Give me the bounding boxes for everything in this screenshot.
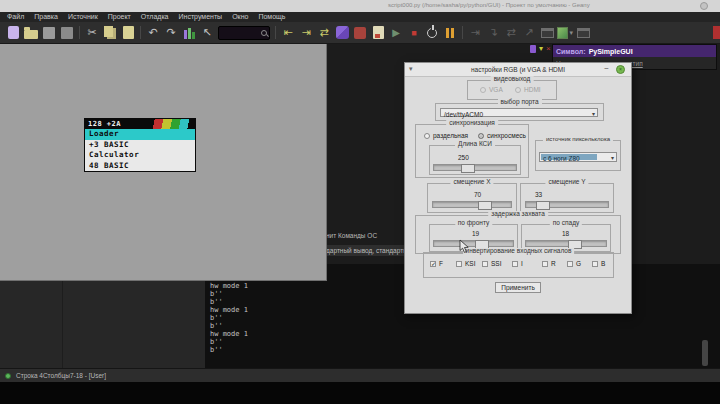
checkbox-i-label: I [521,261,523,268]
window-menu-button[interactable] [700,2,708,10]
chevron-down-icon[interactable]: ▾ [592,110,595,117]
checkbox-ksi[interactable]: KSI [456,261,475,268]
slider-handle[interactable] [478,201,492,210]
ksi-slider[interactable] [433,164,517,171]
checkbox-i[interactable]: I [512,261,523,268]
radio-vga[interactable]: VGA [480,87,503,94]
editor-line: нит Команды ОС [326,232,404,239]
front-slider[interactable] [433,240,514,247]
checkbox-g[interactable]: G [567,261,581,268]
copy-icon[interactable] [102,25,118,41]
save-icon[interactable] [41,25,57,41]
restart-icon[interactable] [424,25,440,41]
slider-handle[interactable] [536,201,550,210]
fall-slider[interactable] [525,240,607,247]
offset-x-group: смещение X 70 [427,183,517,213]
app-title: script000.py (/home/sasha/py/python/GUI)… [388,2,590,8]
checkbox-ssi[interactable]: SSI [482,261,501,268]
checkbox-r[interactable]: R [542,261,556,268]
radio-icon [478,133,484,139]
offset-y-slider[interactable] [525,201,609,208]
screen: script000.py (/home/sasha/py/python/GUI)… [0,0,720,404]
fall-legend: по спаду [550,220,582,227]
dropdown-caret-icon[interactable]: ▾ [569,29,573,37]
front-value: 19 [472,231,479,238]
checkbox-b[interactable]: B [592,261,605,268]
terminal-line: b'' [210,298,248,306]
toolbar-separator [79,26,80,39]
port-combobox[interactable]: /dev/ttyACM0 ▾ [440,108,598,117]
editor-scrollbar[interactable] [702,340,708,366]
radio-separate[interactable]: раздельная [424,133,468,140]
panel-divider [62,280,63,368]
step-into-icon[interactable]: ↴ [485,25,501,41]
cut-icon[interactable]: ✂ [84,25,100,41]
continue-icon[interactable]: ↗ [521,25,537,41]
indent-icon[interactable]: ⇥ [298,25,314,41]
menu-file[interactable]: Файл [2,12,29,22]
export-icon[interactable] [352,25,368,41]
search-input[interactable] [218,26,270,40]
radio-syncmix-label: синхросмесь [487,133,526,140]
radio-syncmix[interactable]: синхросмесь [478,133,526,140]
pixelclock-group: источник пиксельклока с 6 ноги Z80 ▾ [535,140,621,171]
slider-handle[interactable] [461,164,475,173]
step-out-icon[interactable]: ⇄ [503,25,519,41]
checkbox-ksi-label: KSI [465,261,475,268]
window-layout-icon-2[interactable] [575,25,591,41]
indent-swap-icon[interactable]: ⇄ [316,25,332,41]
pause-icon[interactable] [442,25,458,41]
undo-icon[interactable]: ↶ [145,25,161,41]
open-folder-icon[interactable] [23,25,39,41]
color-window-icon[interactable]: ▾ [557,25,573,41]
build-icon[interactable] [181,25,197,41]
checkbox-f[interactable]: ✓ F [430,261,443,268]
apply-button[interactable]: Применить [495,282,541,293]
fall-value: 18 [562,231,569,238]
checkbox-icon [512,261,518,267]
run-icon[interactable]: ▶ [388,25,404,41]
menu-edit[interactable]: Правка [29,12,63,22]
menu-project[interactable]: Проект [103,12,136,22]
symbol-mini-toolbar: ▾ × [530,45,551,53]
sync-legend: синхронизация [446,120,498,127]
terminal-output[interactable]: b'' hw mode 1 b'' b'' hw mode 1 b'' b'' … [210,274,248,354]
checkbox-g-label: G [576,261,581,268]
port-value: /dev/ttyACM0 [444,111,483,118]
zx-menu-item-calculator: Calculator [85,150,195,161]
save-as-icon[interactable] [59,25,75,41]
unindent-icon[interactable]: ⇤ [280,25,296,41]
document-icon[interactable] [370,25,386,41]
message-panel [0,280,205,368]
radio-hdmi[interactable]: HDMI [515,87,541,94]
new-file-icon[interactable] [5,25,21,41]
menu-window[interactable]: Окно [227,12,253,22]
symbol-label: Символ: [556,48,586,55]
chevron-down-icon[interactable]: ▾ [611,154,614,161]
toolbar-overflow-icon [713,26,720,39]
menu-source[interactable]: Источник [63,12,103,22]
python-file-icon[interactable] [334,25,350,41]
menu-tools[interactable]: Инструменты [174,12,228,22]
close-icon[interactable]: × [546,45,551,53]
stop-icon[interactable]: ■ [406,25,422,41]
terminal-line: b'' [210,338,248,346]
radio-icon [424,133,430,139]
offset-x-slider[interactable] [432,201,512,208]
close-button[interactable]: × [616,65,625,74]
step-over-icon[interactable]: ⇥ [467,25,483,41]
redo-icon[interactable]: ↷ [163,25,179,41]
pixelclock-combobox[interactable]: с 6 ноги Z80 ▾ [539,152,617,162]
checkbox-ssi-label: SSI [491,261,501,268]
menu-debug[interactable]: Отладка [136,12,174,22]
bottom-black-bar [0,382,720,404]
capture-window: 128 +2A Loader +3 BASIC Calculator 48 BA… [0,44,327,281]
menu-help[interactable]: Помощь [253,12,290,22]
terminal-line: b'' [210,314,248,322]
minimize-button[interactable]: − [604,64,609,73]
goto-icon[interactable]: ↖ [199,25,215,41]
window-layout-icon[interactable] [539,25,555,41]
offset-y-value: 33 [535,192,542,199]
paste-icon[interactable] [120,25,136,41]
collapse-icon[interactable]: ▾ [539,45,543,53]
